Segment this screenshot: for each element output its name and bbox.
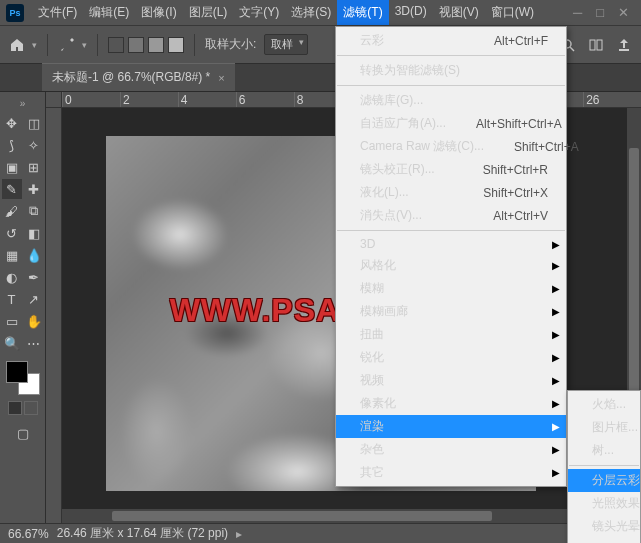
dodge-tool[interactable]: ◐	[2, 267, 22, 287]
shape-tool[interactable]: ▭	[2, 311, 22, 331]
pen-tool[interactable]: ✒	[24, 267, 44, 287]
app-logo: Ps	[6, 4, 24, 22]
menu-item[interactable]: 锐化▶	[336, 346, 566, 369]
menu-item[interactable]: 自适应广角(A)...Alt+Shift+Ctrl+A	[336, 112, 566, 135]
menu-item[interactable]: 火焰...	[568, 393, 640, 416]
statusbar: 66.67% 26.46 厘米 x 17.64 厘米 (72 ppi) ▸	[0, 523, 641, 543]
panel-collapse-icon[interactable]: »	[0, 96, 45, 111]
menu-8[interactable]: 视图(V)	[433, 0, 485, 25]
menu-item[interactable]: 滤镜库(G)...	[336, 89, 566, 112]
move-tool[interactable]: ✥	[2, 113, 22, 133]
svg-rect-1	[590, 40, 595, 50]
zoom-tool[interactable]: 🔍	[2, 333, 22, 353]
titlebar: Ps 文件(F)编辑(E)图像(I)图层(L)文字(Y)选择(S)滤镜(T)3D…	[0, 0, 641, 26]
frame-tool[interactable]: ⊞	[24, 157, 44, 177]
color-swatch[interactable]	[6, 361, 40, 395]
sample-swatches[interactable]	[108, 37, 184, 53]
menu-item[interactable]: 渲染▶	[336, 415, 566, 438]
quickmask-toggle[interactable]	[8, 401, 38, 415]
share-icon[interactable]	[615, 36, 633, 54]
render-submenu-dropdown: 火焰...图片框...树...分层云彩光照效果...镜头光晕...纤维...	[567, 390, 641, 543]
menu-item[interactable]: 纤维...	[568, 538, 640, 543]
menu-0[interactable]: 文件(F)	[32, 0, 83, 25]
document-tab[interactable]: 未标题-1 @ 66.7%(RGB/8#) * ×	[42, 63, 235, 91]
menu-item[interactable]: 树...	[568, 439, 640, 462]
eyedropper-tool[interactable]: ✎	[2, 179, 22, 199]
magic-wand-tool[interactable]: ✧	[24, 135, 44, 155]
scrollbar-horizontal[interactable]	[62, 509, 641, 523]
menu-item[interactable]: 其它▶	[336, 461, 566, 484]
menu-item[interactable]: 视频▶	[336, 369, 566, 392]
menu-item[interactable]: 云彩Alt+Ctrl+F	[336, 29, 566, 52]
zoom-level[interactable]: 66.67%	[8, 527, 49, 541]
menu-item[interactable]: 模糊画廊▶	[336, 300, 566, 323]
menu-item[interactable]: 消失点(V)...Alt+Ctrl+V	[336, 204, 566, 227]
menu-1[interactable]: 编辑(E)	[83, 0, 135, 25]
screenmode-icon[interactable]: ▢	[13, 423, 33, 443]
menu-item[interactable]: 模糊▶	[336, 277, 566, 300]
lasso-tool[interactable]: ⟆	[2, 135, 22, 155]
menu-item[interactable]: 像素化▶	[336, 392, 566, 415]
svg-rect-3	[619, 49, 629, 51]
menu-item[interactable]: 扭曲▶	[336, 323, 566, 346]
eraser-tool[interactable]: ◧	[24, 223, 44, 243]
history-brush-tool[interactable]: ↺	[2, 223, 22, 243]
home-icon[interactable]	[8, 36, 26, 54]
gradient-tool[interactable]: ▦	[2, 245, 22, 265]
maximize-icon[interactable]: □	[596, 5, 604, 20]
sample-size-combo[interactable]: 取样	[264, 34, 308, 55]
sample-size-label: 取样大小:	[205, 36, 256, 53]
document-info[interactable]: 26.46 厘米 x 17.64 厘米 (72 ppi)	[57, 525, 228, 542]
hand-tool[interactable]: ✋	[24, 311, 44, 331]
menu-5[interactable]: 选择(S)	[285, 0, 337, 25]
menu-item[interactable]: 光照效果...	[568, 492, 640, 515]
close-icon[interactable]: ✕	[618, 5, 629, 20]
healing-tool[interactable]: ✚	[24, 179, 44, 199]
edit-toolbar[interactable]: ⋯	[24, 333, 44, 353]
blur-tool[interactable]: 💧	[24, 245, 44, 265]
eyedropper-icon[interactable]	[58, 36, 76, 54]
menu-item[interactable]: 镜头校正(R)...Shift+Ctrl+R	[336, 158, 566, 181]
menu-item[interactable]: 液化(L)...Shift+Ctrl+X	[336, 181, 566, 204]
svg-rect-2	[597, 40, 602, 50]
filter-menu-dropdown: 云彩Alt+Ctrl+F转换为智能滤镜(S)滤镜库(G)...自适应广角(A).…	[335, 26, 567, 487]
arrange-icon[interactable]	[587, 36, 605, 54]
menu-item[interactable]: 转换为智能滤镜(S)	[336, 59, 566, 82]
type-tool[interactable]: T	[2, 289, 22, 309]
menu-item[interactable]: 镜头光晕...	[568, 515, 640, 538]
window-controls: ─ □ ✕	[573, 5, 635, 20]
path-tool[interactable]: ↗	[24, 289, 44, 309]
menu-item[interactable]: 杂色▶	[336, 438, 566, 461]
crop-tool[interactable]: ▣	[2, 157, 22, 177]
menu-3[interactable]: 图层(L)	[183, 0, 234, 25]
menu-7[interactable]: 3D(D)	[389, 0, 433, 25]
tool-panel: » ✥ ◫ ⟆ ✧ ▣ ⊞ ✎ ✚ 🖌 ⧉ ↺ ◧ ▦ 💧 ◐ ✒ T ↗ ▭ …	[0, 92, 46, 523]
menu-4[interactable]: 文字(Y)	[233, 0, 285, 25]
menu-2[interactable]: 图像(I)	[135, 0, 182, 25]
menu-item[interactable]: 分层云彩	[568, 469, 640, 492]
document-tab-title: 未标题-1 @ 66.7%(RGB/8#) *	[52, 69, 210, 86]
menu-item[interactable]: Camera Raw 滤镜(C)...Shift+Ctrl+A	[336, 135, 566, 158]
stamp-tool[interactable]: ⧉	[24, 201, 44, 221]
menu-item[interactable]: 3D▶	[336, 234, 566, 254]
menu-9[interactable]: 窗口(W)	[485, 0, 540, 25]
ruler-vertical[interactable]	[46, 108, 62, 523]
ruler-origin[interactable]	[46, 92, 62, 108]
minimize-icon[interactable]: ─	[573, 5, 582, 20]
menu-6[interactable]: 滤镜(T)	[337, 0, 388, 25]
menu-item[interactable]: 图片框...	[568, 416, 640, 439]
menubar: 文件(F)编辑(E)图像(I)图层(L)文字(Y)选择(S)滤镜(T)3D(D)…	[32, 0, 540, 25]
brush-tool[interactable]: 🖌	[2, 201, 22, 221]
tab-close-icon[interactable]: ×	[218, 72, 224, 84]
foreground-color[interactable]	[6, 361, 28, 383]
menu-item[interactable]: 风格化▶	[336, 254, 566, 277]
marquee-tool[interactable]: ◫	[24, 113, 44, 133]
